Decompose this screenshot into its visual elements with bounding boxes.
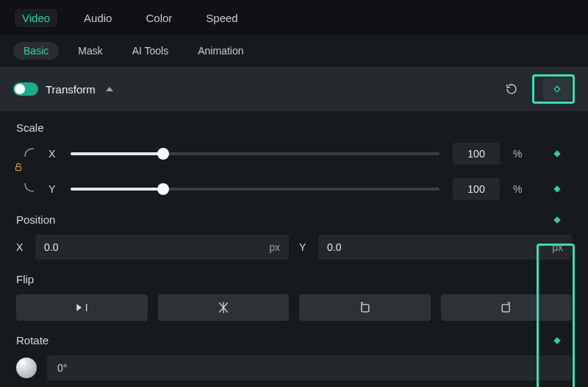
subtab-mask[interactable]: Mask: [68, 42, 112, 60]
scale-y-slider[interactable]: [71, 188, 440, 191]
scale-y-label: Y: [49, 183, 57, 195]
scale-x-label: X: [49, 148, 57, 160]
scale-x-slider[interactable]: [71, 152, 440, 155]
transform-toggle[interactable]: [13, 82, 38, 96]
tab-video[interactable]: Video: [15, 9, 57, 27]
reset-icon[interactable]: [504, 82, 519, 96]
transform-section-header[interactable]: Transform: [0, 67, 588, 111]
svg-rect-2: [502, 305, 509, 312]
highlight-keyframe-header: [532, 74, 575, 104]
scale-y-unit: %: [513, 183, 529, 195]
scale-label: Scale: [16, 121, 572, 134]
svg-rect-0: [16, 166, 21, 170]
sub-tabs: Basic Mask AI Tools Animation: [0, 35, 588, 67]
rotate-dial[interactable]: [16, 358, 37, 378]
transform-title: Transform: [46, 83, 96, 96]
position-y-input[interactable]: 0.0 px: [318, 235, 572, 260]
flip-label: Flip: [16, 273, 572, 285]
lock-aspect-icon[interactable]: [13, 162, 24, 175]
subtab-ai-tools[interactable]: AI Tools: [122, 42, 179, 60]
bracket-top-icon: [24, 147, 35, 160]
scale-x-unit: %: [513, 148, 529, 160]
flip-vertical-button[interactable]: [158, 294, 290, 321]
flip-horizontal-button[interactable]: [16, 294, 148, 321]
position-label: Position: [16, 213, 55, 226]
rotate-label: Rotate: [16, 334, 49, 347]
scale-y-row: Y 100 %: [24, 178, 572, 200]
rotate-ccw-button[interactable]: [299, 294, 431, 321]
subtab-basic[interactable]: Basic: [13, 42, 59, 60]
position-y-unit: px: [552, 241, 563, 253]
scale-y-value[interactable]: 100: [453, 178, 500, 200]
rotate-value-input[interactable]: 0°: [47, 355, 572, 380]
scale-x-row: X 100 %: [24, 143, 572, 165]
svg-rect-1: [362, 305, 369, 312]
position-keyframe-button[interactable]: [542, 215, 572, 225]
transform-content: Scale X 100 % Y: [0, 111, 588, 387]
rotate-section: Rotate 0°: [16, 334, 572, 380]
transform-keyframe-button[interactable]: [543, 78, 571, 100]
position-x-unit: px: [269, 241, 280, 253]
position-x-input[interactable]: 0.0 px: [35, 235, 289, 260]
tab-speed[interactable]: Speed: [198, 9, 245, 27]
rotate-cw-button[interactable]: [441, 294, 573, 321]
inspector-panel: Video Audio Color Speed Basic Mask AI To…: [0, 0, 588, 387]
collapse-caret-icon[interactable]: [106, 87, 113, 91]
tab-audio[interactable]: Audio: [76, 9, 119, 27]
scale-section: Scale X 100 % Y: [16, 121, 572, 200]
main-tabs: Video Audio Color Speed: [0, 0, 588, 35]
tab-color[interactable]: Color: [138, 9, 179, 27]
rotate-keyframe-button[interactable]: [542, 335, 572, 346]
subtab-animation[interactable]: Animation: [187, 42, 254, 60]
scale-x-keyframe-button[interactable]: [542, 149, 572, 159]
scale-y-keyframe-button[interactable]: [542, 184, 572, 194]
position-y-value: 0.0: [327, 241, 341, 253]
bracket-bottom-icon: [24, 182, 35, 196]
position-x-label: X: [16, 241, 25, 253]
position-row: X 0.0 px Y 0.0 px: [16, 235, 572, 260]
position-x-value: 0.0: [44, 241, 58, 253]
flip-section: Flip: [16, 273, 572, 321]
position-section: Position X 0.0 px Y 0.0 px: [16, 213, 572, 260]
position-y-label: Y: [299, 241, 308, 253]
scale-x-value[interactable]: 100: [453, 143, 500, 165]
